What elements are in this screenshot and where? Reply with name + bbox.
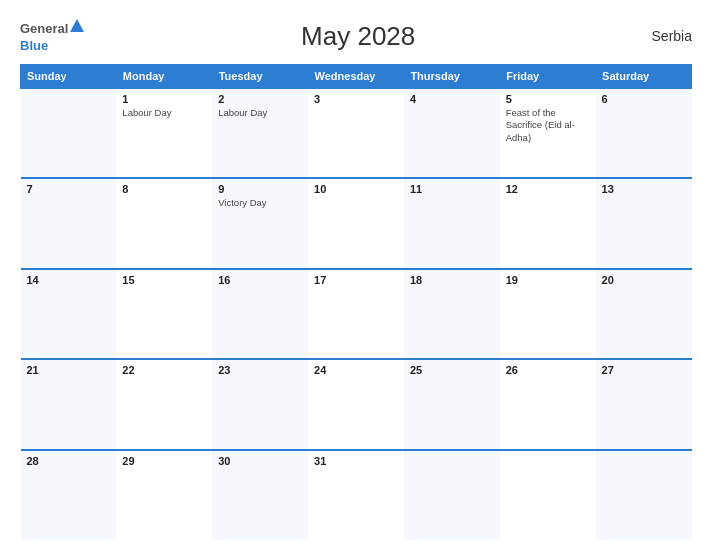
calendar-cell: 24: [308, 359, 404, 449]
day-number: 31: [314, 455, 398, 467]
event-text: Labour Day: [122, 107, 206, 119]
calendar-cell: 10: [308, 178, 404, 268]
col-thursday: Thursday: [404, 65, 500, 89]
calendar-cell: 28: [21, 450, 117, 540]
day-number: 13: [602, 183, 686, 195]
calendar-cell: 21: [21, 359, 117, 449]
logo-triangle-icon: [70, 18, 84, 36]
calendar-cell: 25: [404, 359, 500, 449]
event-text: Feast of the Sacrifice (Eid al-Adha): [506, 107, 590, 144]
day-number: 21: [27, 364, 111, 376]
day-number: 20: [602, 274, 686, 286]
calendar-cell: 2Labour Day: [212, 88, 308, 178]
day-number: 3: [314, 93, 398, 105]
event-text: Victory Day: [218, 197, 302, 209]
day-number: 5: [506, 93, 590, 105]
calendar-cell: 31: [308, 450, 404, 540]
calendar-cell: 4: [404, 88, 500, 178]
days-header-row: Sunday Monday Tuesday Wednesday Thursday…: [21, 65, 692, 89]
calendar-cell: 17: [308, 269, 404, 359]
calendar-cell: 9Victory Day: [212, 178, 308, 268]
event-text: Labour Day: [218, 107, 302, 119]
logo-blue-text: Blue: [20, 38, 48, 53]
calendar-cell: 14: [21, 269, 117, 359]
calendar-cell: 3: [308, 88, 404, 178]
day-number: 1: [122, 93, 206, 105]
day-number: 18: [410, 274, 494, 286]
day-number: 27: [602, 364, 686, 376]
day-number: 23: [218, 364, 302, 376]
day-number: 8: [122, 183, 206, 195]
day-number: 9: [218, 183, 302, 195]
calendar-page: General Blue May 2028 Serbia Sunday Mond…: [0, 0, 712, 550]
day-number: 26: [506, 364, 590, 376]
col-wednesday: Wednesday: [308, 65, 404, 89]
calendar-cell: 13: [596, 178, 692, 268]
calendar-week-row: 28293031: [21, 450, 692, 540]
calendar-cell: [596, 450, 692, 540]
svg-marker-0: [70, 19, 84, 32]
logo: General Blue: [20, 18, 84, 54]
day-number: 2: [218, 93, 302, 105]
day-number: 14: [27, 274, 111, 286]
calendar-cell: 30: [212, 450, 308, 540]
calendar-week-row: 1Labour Day2Labour Day345Feast of the Sa…: [21, 88, 692, 178]
calendar-cell: 27: [596, 359, 692, 449]
calendar-cell: 5Feast of the Sacrifice (Eid al-Adha): [500, 88, 596, 178]
day-number: 25: [410, 364, 494, 376]
calendar-cell: 11: [404, 178, 500, 268]
calendar-cell: [500, 450, 596, 540]
calendar-cell: 22: [116, 359, 212, 449]
day-number: 12: [506, 183, 590, 195]
calendar-week-row: 21222324252627: [21, 359, 692, 449]
col-sunday: Sunday: [21, 65, 117, 89]
calendar-cell: 19: [500, 269, 596, 359]
day-number: 24: [314, 364, 398, 376]
calendar-cell: 16: [212, 269, 308, 359]
day-number: 28: [27, 455, 111, 467]
day-number: 11: [410, 183, 494, 195]
calendar-cell: 18: [404, 269, 500, 359]
calendar-body: 1Labour Day2Labour Day345Feast of the Sa…: [21, 88, 692, 540]
calendar-cell: 23: [212, 359, 308, 449]
logo-general-text: General: [20, 21, 68, 36]
calendar-cell: 6: [596, 88, 692, 178]
calendar-cell: 20: [596, 269, 692, 359]
day-number: 10: [314, 183, 398, 195]
col-monday: Monday: [116, 65, 212, 89]
calendar-title: May 2028: [84, 21, 632, 52]
calendar-week-row: 789Victory Day10111213: [21, 178, 692, 268]
calendar-cell: 1Labour Day: [116, 88, 212, 178]
day-number: 19: [506, 274, 590, 286]
day-number: 6: [602, 93, 686, 105]
calendar-cell: 26: [500, 359, 596, 449]
day-number: 7: [27, 183, 111, 195]
country-label: Serbia: [632, 28, 692, 44]
calendar-cell: [404, 450, 500, 540]
day-number: 29: [122, 455, 206, 467]
day-number: 15: [122, 274, 206, 286]
day-number: 4: [410, 93, 494, 105]
calendar-cell: [21, 88, 117, 178]
day-number: 16: [218, 274, 302, 286]
calendar-cell: 7: [21, 178, 117, 268]
calendar-table: Sunday Monday Tuesday Wednesday Thursday…: [20, 64, 692, 540]
col-tuesday: Tuesday: [212, 65, 308, 89]
calendar-header: General Blue May 2028 Serbia: [20, 18, 692, 54]
col-saturday: Saturday: [596, 65, 692, 89]
day-number: 30: [218, 455, 302, 467]
calendar-cell: 15: [116, 269, 212, 359]
col-friday: Friday: [500, 65, 596, 89]
calendar-cell: 29: [116, 450, 212, 540]
calendar-week-row: 14151617181920: [21, 269, 692, 359]
calendar-cell: 12: [500, 178, 596, 268]
day-number: 22: [122, 364, 206, 376]
day-number: 17: [314, 274, 398, 286]
calendar-cell: 8: [116, 178, 212, 268]
